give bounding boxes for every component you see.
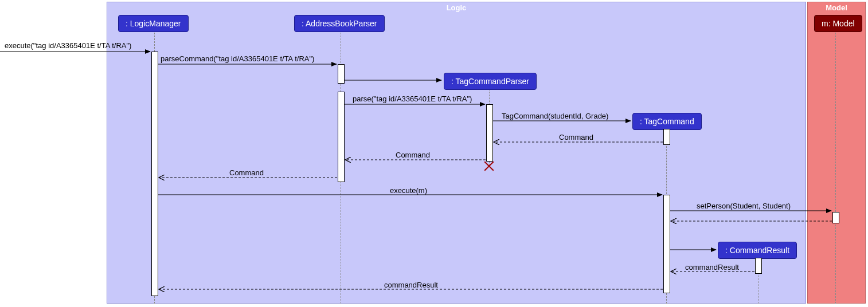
msg-parsecommand: parseCommand("tag id/A3365401E t/TA t/RA… — [161, 54, 314, 63]
logic-box: Logic — [107, 2, 806, 304]
participant-logicmanager: : LogicManager — [118, 15, 189, 32]
msg-tagcommand-create: TagCommand(studentId, Grade) — [502, 112, 608, 120]
activation-logicmanager — [151, 52, 158, 296]
model-box: Model — [807, 2, 866, 304]
msg-setperson: setPerson(Student, Student) — [697, 202, 791, 210]
msg-return-command-3: Command — [229, 168, 264, 177]
participant-commandresult: : CommandResult — [718, 242, 797, 259]
msg-parse: parse("tag id/A3365401E t/TA t/RA") — [353, 95, 472, 103]
logic-box-title: Logic — [447, 3, 467, 12]
activation-model — [832, 212, 839, 223]
activation-tagcommand-1 — [663, 129, 670, 145]
activation-tagcommandparser — [486, 104, 493, 162]
msg-return-commandresult-2: commandResult — [384, 281, 438, 289]
msg-execute: execute("tag id/A3365401E t/TA t/RA") — [5, 41, 131, 50]
activation-commandresult — [755, 258, 762, 274]
msg-return-command-1: Command — [559, 133, 593, 141]
activation-addressbookparser-2 — [338, 92, 345, 182]
lifeline-model — [835, 30, 836, 304]
destroy-icon — [483, 160, 495, 172]
participant-tagcommand: : TagCommand — [632, 113, 702, 130]
msg-execute-m: execute(m) — [390, 186, 427, 195]
participant-addressbookparser: : AddressBookParser — [294, 15, 385, 32]
msg-return-commandresult-1: commandResult — [685, 263, 739, 271]
participant-model: m: Model — [814, 15, 862, 32]
activation-tagcommand-2 — [663, 195, 670, 293]
msg-return-command-2: Command — [396, 151, 430, 159]
participant-tagcommandparser: : TagCommandParser — [444, 73, 537, 90]
model-box-title: Model — [826, 3, 847, 12]
activation-addressbookparser-1 — [338, 64, 345, 84]
